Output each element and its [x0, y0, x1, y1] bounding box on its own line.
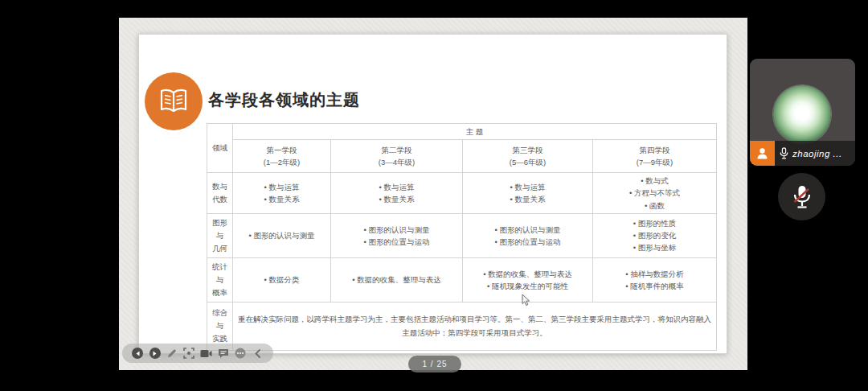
- more-options-button[interactable]: [234, 347, 247, 360]
- pen-button[interactable]: [166, 347, 178, 360]
- screen-share-region: 各学段各领域的主题 领域 主 题 第一学段 (1—2年级) 第二学段: [119, 18, 747, 370]
- table-row: 统计 与 概率 数据分类 数据的收集、整理与表达 数据的收集、整理与表达 随机现…: [207, 257, 717, 302]
- slide-title: 各学段各领域的主题: [208, 89, 360, 111]
- table-cell: 数据分类: [233, 257, 331, 302]
- domain-label: 统计 与 概率: [207, 257, 233, 302]
- chevron-left-icon: [255, 349, 260, 358]
- table-row: 综合 与 实践 重在解决实际问题，以跨学科主题学习为主，主要包括主题活动和项目学…: [207, 302, 717, 350]
- meeting-window: 各学段各领域的主题 领域 主 题 第一学段 (1—2年级) 第二学段: [0, 0, 868, 391]
- stage-2-header: 第二学段 (3—4年级): [331, 140, 463, 173]
- laser-pointer-icon: [183, 348, 194, 359]
- table-cell: 数与运算 数量关系: [331, 173, 463, 214]
- previous-icon: [132, 348, 143, 359]
- domain-label: 图形 与 几何: [207, 213, 233, 257]
- curriculum-table: 领域 主 题 第一学段 (1—2年级) 第二学段 (3—4年级) 第三学段 (5…: [207, 123, 717, 351]
- stage-4-header: 第四学段 (7—9年级): [593, 140, 717, 173]
- table-row: 数与 代数 数与运算 数量关系 数与运算 数量关系 数与运算 数量关系 数与式: [207, 173, 717, 214]
- theme-header: 主 题: [233, 124, 717, 140]
- open-book-icon: [145, 72, 203, 130]
- avatar: [750, 141, 775, 166]
- person-icon: [755, 146, 769, 160]
- presentation-slide: 各学段各领域的主题 领域 主 题 第一学段 (1—2年级) 第二学段: [138, 34, 727, 354]
- table-cell: 数据的收集、整理与表达: [331, 257, 463, 302]
- table-row: 图形 与 几何 图形的认识与测量 图形的认识与测量 图形的位置与运动 图形的认识…: [207, 213, 717, 257]
- mic-muted-icon: [792, 184, 813, 210]
- table-cell: 抽样与数据分析 随机事件的概率: [593, 257, 717, 302]
- table-cell: 图形的认识与测量 图形的位置与运动: [331, 213, 463, 257]
- mute-toggle-button[interactable]: [778, 173, 825, 220]
- table-cell: 数与式 方程与不等式 函数: [593, 173, 717, 214]
- laser-pointer-button[interactable]: [182, 347, 195, 360]
- camera-button[interactable]: [200, 347, 213, 360]
- page-indicator: 1 / 25: [408, 356, 461, 372]
- participant-name-bar: zhaojing ...: [750, 141, 855, 166]
- table-cell: 图形的性质 图形的变化 图形与坐标: [593, 213, 717, 257]
- table-cell: 数与运算 数量关系: [463, 173, 593, 214]
- annotation-toolbar: [122, 344, 273, 363]
- practice-description: 重在解决实际问题，以跨学科主题学习为主，主要包括主题活动和项目学习等。第一、第二…: [233, 302, 717, 350]
- stage-3-header: 第三学段 (5—6年级): [463, 140, 593, 173]
- microphone-icon: [780, 147, 788, 159]
- comments-button[interactable]: [217, 347, 230, 360]
- stage-1-header: 第一学段 (1—2年级): [233, 140, 331, 173]
- comment-icon: [218, 348, 229, 359]
- table-cell: 数与运算 数量关系: [233, 173, 331, 214]
- collapse-toolbar-button[interactable]: [252, 347, 264, 360]
- table-cell: 图形的认识与测量 图形的位置与运动: [463, 213, 593, 257]
- table-cell: 图形的认识与测量: [233, 213, 331, 257]
- domain-label: 数与 代数: [207, 173, 233, 214]
- next-icon: [149, 348, 161, 359]
- participant-video-tile[interactable]: zhaojing ...: [750, 59, 855, 166]
- more-dots-icon: [235, 348, 246, 359]
- camera-icon: [200, 349, 212, 358]
- next-slide-button[interactable]: [149, 347, 162, 360]
- mouse-cursor: [522, 294, 530, 310]
- pen-icon: [166, 348, 177, 359]
- participant-video-image: [773, 85, 831, 143]
- table-corner-header: 领域: [207, 124, 233, 173]
- name-and-mic: zhaojing ...: [775, 141, 855, 166]
- participant-name: zhaojing ...: [792, 149, 842, 158]
- previous-slide-button[interactable]: [131, 347, 144, 360]
